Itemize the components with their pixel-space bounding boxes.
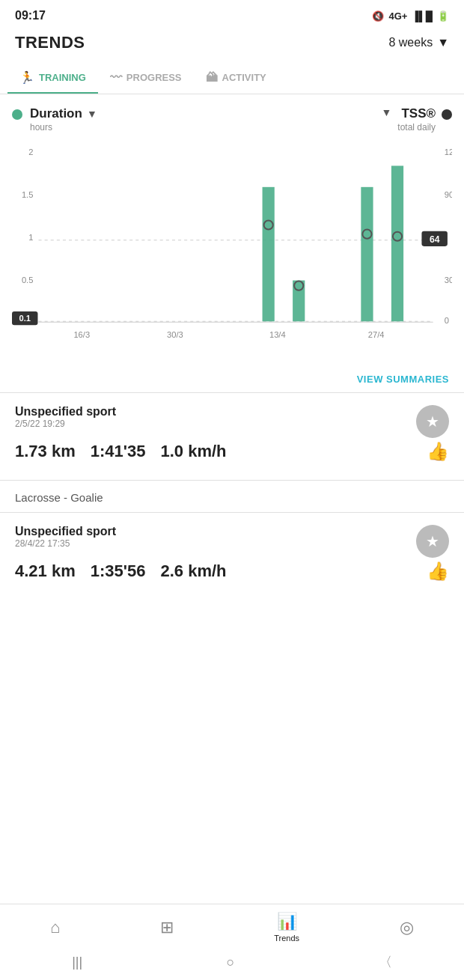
view-summaries-button[interactable]: VIEW SUMMARIES xyxy=(0,360,464,392)
activity-header-1: Unspecified sport 2/5/22 19:29 ★ xyxy=(15,405,449,438)
tab-progress[interactable]: 〰 PROGRESS xyxy=(98,63,194,94)
activity-sport-2: Unspecified sport xyxy=(15,525,116,538)
progress-icon: 〰 xyxy=(110,71,122,85)
chart-svg: 2 1.5 1 0.5 120 90 30 0 xyxy=(12,141,452,354)
thumbsup-button-1[interactable]: 👍 xyxy=(427,441,449,462)
nav-items: ⌂ ⊞ 📊 Trends ◎ xyxy=(0,904,464,947)
mute-icon: 🔇 xyxy=(372,10,384,22)
activity-stats-2: 4.21 km 1:35'56 2.6 km/h 👍 xyxy=(15,561,449,582)
header: TRENDS 8 weeks ▼ xyxy=(0,28,464,63)
calendar-icon: ⊞ xyxy=(160,918,174,937)
tss-dropdown-icon[interactable]: ▼ xyxy=(381,106,391,118)
signal-icon: ▐▌█ xyxy=(412,10,433,22)
chart-area: 2 1.5 1 0.5 120 90 30 0 xyxy=(12,141,452,354)
activity-tag-label: Lacrosse - Goalie xyxy=(15,484,103,507)
svg-text:0.5: 0.5 xyxy=(22,276,33,284)
status-bar: 09:17 🔇 4G+ ▐▌█ 🔋 xyxy=(0,0,464,28)
nav-home[interactable]: ⌂ xyxy=(50,918,60,937)
battery-icon: 🔋 xyxy=(437,10,449,22)
activity-distance-2: 4.21 km xyxy=(15,561,76,581)
svg-text:16/3: 16/3 xyxy=(73,330,90,339)
legend-left: Duration ▼ hours xyxy=(12,106,97,133)
svg-text:27/4: 27/4 xyxy=(368,330,385,339)
activity-tag-row: Lacrosse - Goalie xyxy=(0,481,464,512)
nav-location[interactable]: ◎ xyxy=(400,918,414,937)
svg-rect-11 xyxy=(263,187,275,321)
tab-bar: 🏃 TRAINING 〰 PROGRESS 🏔 ACTIVITY xyxy=(0,63,464,94)
duration-dot xyxy=(12,109,22,120)
tab-activity-label: ACTIVITY xyxy=(222,72,266,83)
activity-speed-2: 2.6 km/h xyxy=(160,561,226,581)
activity-speed-1: 1.0 km/h xyxy=(160,442,226,461)
thumbsup-button-2[interactable]: 👍 xyxy=(427,561,449,582)
svg-text:64: 64 xyxy=(430,234,440,245)
svg-text:13/4: 13/4 xyxy=(269,330,286,339)
favorite-button-1[interactable]: ★ xyxy=(416,405,449,438)
activity-header-2: Unspecified sport 28/4/22 17:35 ★ xyxy=(15,525,449,558)
period-selector[interactable]: 8 weeks ▼ xyxy=(388,36,449,49)
location-icon: ◎ xyxy=(400,918,414,937)
svg-text:90: 90 xyxy=(445,190,452,199)
svg-text:30/3: 30/3 xyxy=(167,330,183,339)
status-icons: 🔇 4G+ ▐▌█ 🔋 xyxy=(372,10,449,22)
duration-dropdown-icon[interactable]: ▼ xyxy=(87,108,97,120)
svg-text:2: 2 xyxy=(28,147,33,156)
svg-text:1: 1 xyxy=(28,233,33,242)
tab-progress-label: PROGRESS xyxy=(126,72,182,83)
tss-sub: total daily xyxy=(397,122,436,133)
svg-text:0: 0 xyxy=(445,316,449,325)
svg-text:120: 120 xyxy=(445,147,452,156)
tab-training[interactable]: 🏃 TRAINING xyxy=(7,63,98,94)
activity-card-2: Unspecified sport 28/4/22 17:35 ★ 4.21 k… xyxy=(0,513,464,600)
nav-trends-label: Trends xyxy=(274,934,299,943)
activity-duration-2: 1:35'56 xyxy=(91,561,146,581)
period-dropdown-icon: ▼ xyxy=(437,36,449,49)
legend-right: ▼ TSS® total daily xyxy=(381,106,452,133)
svg-rect-13 xyxy=(361,187,373,321)
activity-date-2: 28/4/22 17:35 xyxy=(15,538,116,549)
activity-icon: 🏔 xyxy=(206,71,218,85)
back-icon[interactable]: 〈 xyxy=(379,953,392,971)
home-icon: ⌂ xyxy=(50,918,60,937)
svg-text:0.1: 0.1 xyxy=(19,314,31,323)
activity-distance-1: 1.73 km xyxy=(15,442,76,461)
activity-stats-1: 1.73 km 1:41'35 1.0 km/h 👍 xyxy=(15,441,449,462)
trends-icon: 📊 xyxy=(277,912,297,931)
tss-label: TSS® xyxy=(397,106,436,121)
recent-apps-icon[interactable]: ||| xyxy=(72,955,82,970)
page-title: TRENDS xyxy=(15,33,85,52)
duration-sub: hours xyxy=(30,122,97,133)
activity-sport-1: Unspecified sport xyxy=(15,405,116,419)
training-icon: 🏃 xyxy=(19,70,34,85)
tab-training-label: TRAINING xyxy=(39,72,86,83)
chart-section: Duration ▼ hours ▼ TSS® total daily 2 1.… xyxy=(0,94,464,354)
svg-text:30: 30 xyxy=(445,276,452,284)
chart-legend: Duration ▼ hours ▼ TSS® total daily xyxy=(12,106,452,133)
time-display: 09:17 xyxy=(15,9,46,22)
duration-label: Duration xyxy=(30,106,82,121)
tss-dot xyxy=(442,109,452,120)
nav-trends[interactable]: 📊 Trends xyxy=(274,912,299,943)
home-system-icon[interactable]: ○ xyxy=(227,955,235,970)
period-label: 8 weeks xyxy=(388,36,433,49)
activity-duration-1: 1:41'35 xyxy=(91,442,146,461)
activity-card-1: Unspecified sport 2/5/22 19:29 ★ 1.73 km… xyxy=(0,393,464,480)
svg-text:1.5: 1.5 xyxy=(22,190,33,199)
nav-calendar[interactable]: ⊞ xyxy=(160,918,174,937)
network-label: 4G+ xyxy=(388,10,407,22)
tab-activity[interactable]: 🏔 ACTIVITY xyxy=(194,63,278,94)
favorite-button-2[interactable]: ★ xyxy=(416,525,449,558)
bottom-nav: ⌂ ⊞ 📊 Trends ◎ ||| ○ 〈 xyxy=(0,904,464,980)
system-bar: ||| ○ 〈 xyxy=(0,947,464,980)
svg-rect-14 xyxy=(391,165,403,321)
activity-date-1: 2/5/22 19:29 xyxy=(15,419,116,429)
